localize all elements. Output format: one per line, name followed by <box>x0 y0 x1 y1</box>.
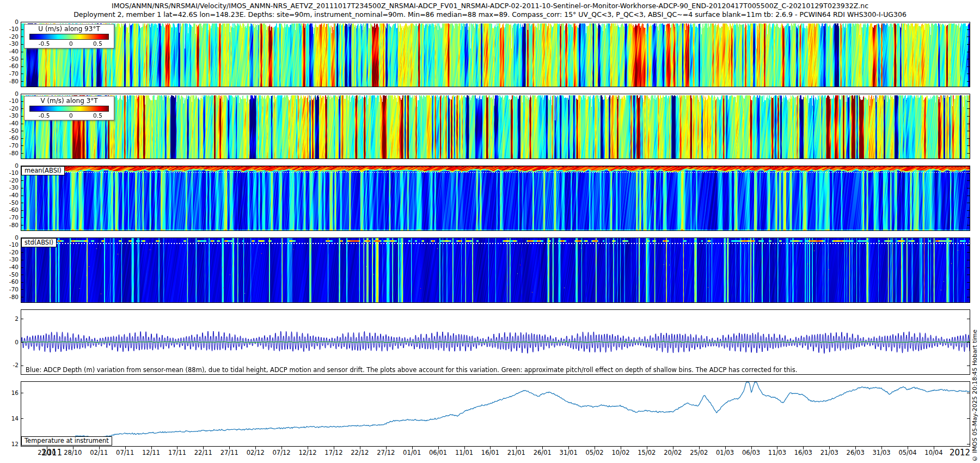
y-tick-mark <box>21 52 23 52</box>
x-tick-mark <box>47 447 47 449</box>
x-tick-mark <box>516 447 517 449</box>
y-tick-label: 14 <box>0 416 19 422</box>
y-tick-mark <box>967 138 970 139</box>
v-velocity-legend-title: V (m/s) along 3°T <box>24 97 114 105</box>
colorbar-tick-labels: -0.5 0 0.5 <box>24 40 114 47</box>
y-tick-mark <box>21 275 23 275</box>
y-tick-label: -80 <box>0 294 19 300</box>
y-tick-label: -80 <box>0 78 19 84</box>
y-tick-mark <box>967 22 970 22</box>
x-tick-mark <box>621 447 621 449</box>
x-tick-date-label: 02/11 <box>90 449 108 456</box>
y-tick-label: -50 <box>0 56 19 62</box>
x-tick-mark <box>255 447 256 449</box>
x-tick-date-label: 21/01 <box>507 449 525 456</box>
y-tick-mark <box>967 29 970 30</box>
mean-absi-heatmap-canvas <box>21 166 970 230</box>
y-tick-label: -10 <box>0 170 19 176</box>
x-tick-date-label: 12/12 <box>298 449 316 456</box>
x-tick-mark <box>647 447 647 449</box>
y-tick-mark <box>21 81 23 82</box>
y-tick-mark <box>21 36 23 37</box>
colorbar-tick: 0.5 <box>93 112 102 119</box>
x-tick-mark <box>360 447 360 449</box>
y-tick-mark <box>967 59 970 59</box>
depth-variation-annotation: Blue: ADCP Depth (m) variation from sens… <box>26 366 797 374</box>
y-tick-label: -80 <box>0 222 19 228</box>
x-tick-mark <box>412 447 413 449</box>
x-tick-mark <box>568 447 569 449</box>
panel-temperature-lineplot: Temperature at instrument <box>21 381 970 447</box>
y-tick-mark <box>21 116 23 117</box>
x-tick-mark <box>125 447 126 449</box>
x-tick-date-label: 21/03 <box>820 449 838 456</box>
v-velocity-colorbar-legend: V (m/s) along 3°T -0.5 0 0.5 <box>24 96 114 120</box>
x-tick-date-label: 11/01 <box>455 449 473 456</box>
x-tick-mark <box>725 447 726 449</box>
y-tick-mark <box>21 252 23 253</box>
x-tick-date-label: 31/03 <box>873 449 891 456</box>
y-tick-mark <box>21 418 23 419</box>
y-tick-label: 12 <box>0 441 19 447</box>
y-tick-label: -2 <box>0 362 19 368</box>
x-tick-mark <box>334 447 334 449</box>
y-tick-label: -20 <box>0 178 19 184</box>
y-tick-mark <box>967 74 970 74</box>
x-tick-date-label: 20/02 <box>664 449 682 456</box>
y-tick-label: -10 <box>0 26 19 32</box>
y-tick-label: -60 <box>0 279 19 285</box>
std-absi-heatmap-canvas <box>21 238 970 302</box>
y-tick-mark <box>21 297 23 297</box>
y-tick-mark <box>21 22 23 22</box>
y-tick-label: 0 <box>0 235 19 241</box>
y-tick-mark <box>967 124 970 124</box>
x-tick-mark <box>490 447 491 449</box>
y-tick-mark <box>21 365 23 366</box>
y-tick-mark <box>967 289 970 290</box>
adcp-figure: IMOS/ANMN/NRS/NRSMAI/Velocity/IMOS_ANMN-… <box>0 0 980 463</box>
y-tick-mark <box>967 81 970 82</box>
y-tick-label: -70 <box>0 143 19 149</box>
x-tick-date-label: 31/01 <box>560 449 578 456</box>
y-tick-mark <box>967 66 970 67</box>
colorbar-tick: 0 <box>69 40 73 47</box>
y-tick-mark <box>967 418 970 419</box>
y-tick-mark <box>21 101 23 102</box>
y-tick-mark <box>21 108 23 109</box>
y-tick-mark <box>21 217 23 218</box>
y-tick-mark <box>967 180 970 181</box>
x-tick-date-label: 10/04 <box>924 449 942 456</box>
y-tick-label: -40 <box>0 48 19 54</box>
y-tick-mark <box>967 166 970 166</box>
panel-std-absi-heatmap: std(ABSI) <box>21 237 970 303</box>
x-tick-date-label: 02/12 <box>247 449 265 456</box>
y-tick-mark <box>967 94 970 94</box>
y-tick-mark <box>967 237 970 238</box>
x-tick-mark <box>881 447 882 449</box>
x-tick-date-label: 26/01 <box>534 449 552 456</box>
temperature-label: Temperature at instrument <box>21 436 112 446</box>
y-tick-mark <box>967 116 970 117</box>
y-tick-mark <box>967 245 970 246</box>
y-tick-mark <box>967 225 970 226</box>
temperature-canvas <box>21 382 970 446</box>
y-tick-mark <box>21 342 23 343</box>
y-tick-mark <box>21 124 23 124</box>
y-tick-label: 0 <box>0 19 19 25</box>
y-tick-label: -80 <box>0 150 19 156</box>
y-tick-mark <box>967 282 970 283</box>
y-tick-label: -70 <box>0 287 19 293</box>
u-velocity-legend-title: U (m/s) along 93°T <box>24 25 114 33</box>
x-tick-date-label: 22/12 <box>351 449 369 456</box>
y-tick-label: -20 <box>0 106 19 112</box>
y-tick-mark <box>21 44 23 45</box>
y-tick-mark <box>967 203 970 203</box>
y-tick-mark <box>967 131 970 131</box>
y-tick-mark <box>21 319 23 319</box>
x-tick-date-label: 22/11 <box>194 449 212 456</box>
y-tick-mark <box>21 59 23 59</box>
jet-colorbar <box>29 106 109 112</box>
y-tick-mark <box>21 393 23 393</box>
x-tick-date-label: 17/11 <box>168 449 186 456</box>
x-tick-mark <box>542 447 543 449</box>
